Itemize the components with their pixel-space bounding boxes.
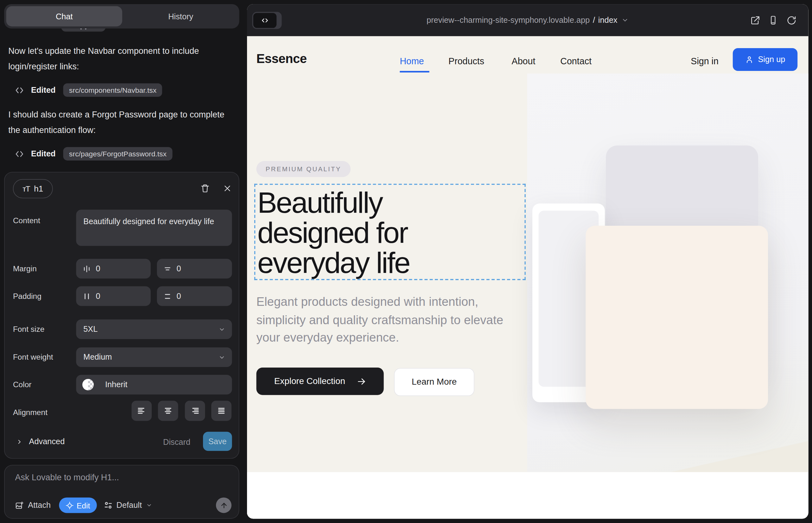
font-size-label: Font size (13, 325, 45, 333)
close-panel-button[interactable] (219, 181, 235, 196)
nav-link-about[interactable]: About (512, 56, 535, 67)
margin-x-input[interactable]: 0 (76, 259, 151, 278)
padding-y-icon (164, 292, 172, 300)
advanced-toggle[interactable]: Advanced (16, 437, 65, 446)
preview-window: preview--charming-site-symphony.lovable.… (247, 4, 809, 519)
content-textarea[interactable]: Beautifully designed for everyday life (76, 210, 232, 246)
align-left-icon (137, 407, 146, 415)
align-justify-button[interactable] (211, 401, 231, 421)
user-icon (745, 55, 754, 64)
content-label: Content (13, 216, 40, 225)
sign-up-button[interactable]: Sign up (733, 48, 797, 71)
font-weight-select[interactable]: Medium (76, 347, 232, 367)
prompt-toolbar: Attach Edit Default (15, 497, 231, 513)
padding-x-input[interactable]: 0 (76, 286, 151, 306)
chat-message: Now let's update the Navbar component to… (8, 43, 232, 74)
editor-footer: Advanced Discard Save (5, 432, 239, 459)
edit-mode-button[interactable]: Edit (59, 497, 96, 513)
prompt-input[interactable] (15, 473, 227, 490)
save-button[interactable]: Save (203, 432, 232, 451)
edited-label: Edited (31, 86, 55, 95)
arrow-right-icon (357, 377, 366, 386)
section-below-hero (247, 472, 809, 519)
external-link-icon (750, 15, 760, 25)
padding-label: Padding (13, 292, 41, 301)
site-viewport: Essence Home Products About Contact Sign… (247, 36, 809, 519)
nav-link-home[interactable]: Home (400, 56, 424, 67)
image-plus-icon (15, 501, 24, 510)
site-brand[interactable]: Essence (256, 52, 306, 67)
browser-top-bar: preview--charming-site-symphony.lovable.… (247, 4, 809, 36)
sliders-icon (104, 501, 112, 509)
margin-label: Margin (13, 264, 37, 273)
chat-message: I should also create a Forgot Password p… (8, 107, 232, 138)
trash-icon (200, 184, 210, 193)
font-weight-label: Font weight (13, 353, 53, 362)
color-select[interactable]: Inherit (76, 375, 232, 395)
font-size-select[interactable]: 5XL (76, 320, 232, 339)
mobile-view-button[interactable] (769, 4, 778, 36)
tab-history[interactable]: History (122, 4, 240, 29)
hero-heading[interactable]: Beautifully designed for everyday life (258, 187, 410, 278)
align-justify-icon (217, 407, 226, 415)
color-label: Color (13, 380, 32, 389)
edited-file-row: Edited src/components/Navbar.tsx (15, 82, 162, 98)
url-separator: / (593, 16, 595, 25)
color-swatch (82, 379, 94, 390)
explore-collection-button[interactable]: Explore Collection (256, 367, 384, 395)
refresh-icon (787, 15, 796, 25)
refresh-button[interactable] (787, 4, 796, 36)
hero-media-panel (527, 73, 809, 472)
url-bar[interactable]: preview--charming-site-symphony.lovable.… (247, 4, 809, 36)
align-center-icon (164, 407, 173, 415)
align-right-icon (191, 407, 199, 415)
file-chip[interactable]: src/components/Navbar.tsx (63, 83, 162, 97)
send-button[interactable] (216, 497, 231, 513)
tab-chat[interactable]: Chat (6, 6, 122, 26)
alignment-label: Alignment (13, 408, 48, 417)
lovable-app: Chat History Now let's update the Navbar… (0, 0, 812, 523)
element-tag-label: h1 (34, 184, 43, 193)
learn-more-button[interactable]: Learn More (394, 368, 474, 396)
hero-paragraph: Elegant products designed with intention… (256, 293, 518, 347)
margin-y-icon (164, 265, 172, 273)
padding-y-input[interactable]: 0 (157, 286, 232, 306)
decor-card-beige (586, 226, 768, 409)
smartphone-icon (769, 15, 778, 25)
chevron-down-icon (622, 16, 629, 24)
code-icon (15, 149, 24, 159)
element-editor-panel: тT h1 Content Beautifully designed for e… (4, 172, 239, 459)
margin-y-input[interactable]: 0 (157, 259, 232, 278)
text-type-icon: тT (22, 184, 30, 193)
align-left-button[interactable] (131, 401, 152, 421)
nav-link-products[interactable]: Products (448, 56, 484, 67)
open-external-button[interactable] (750, 4, 760, 36)
element-type-pill[interactable]: тT h1 (13, 179, 53, 198)
margin-x-icon (83, 265, 91, 273)
chevron-down-icon (146, 502, 152, 508)
nav-active-underline (400, 71, 429, 72)
nav-link-contact[interactable]: Contact (560, 56, 592, 67)
chevron-down-icon (218, 326, 225, 332)
align-center-button[interactable] (158, 401, 178, 421)
padding-x-icon (83, 292, 91, 300)
sign-in-link[interactable]: Sign in (691, 56, 719, 67)
close-icon (223, 184, 231, 193)
prompt-box: Attach Edit Default (4, 465, 239, 519)
decor-wedge (671, 441, 809, 472)
edited-file-row: Edited src/pages/ForgotPassword.tsx (15, 146, 172, 161)
chevron-down-icon (218, 354, 225, 361)
chat-history-tabs: Chat History (4, 4, 239, 29)
url-path: index (598, 16, 618, 25)
mode-select[interactable]: Default (104, 501, 152, 510)
delete-element-button[interactable] (197, 181, 213, 196)
attach-button[interactable]: Attach (15, 501, 51, 510)
file-chip[interactable]: src/pages/ForgotPassword.tsx (63, 147, 172, 161)
chevron-right-icon (16, 438, 23, 445)
arrow-up-icon (220, 502, 228, 509)
premium-badge: PREMIUM QUALITY (256, 161, 351, 177)
discard-button[interactable]: Discard (163, 437, 190, 447)
edited-label: Edited (31, 149, 55, 158)
target-icon (66, 502, 74, 509)
align-right-button[interactable] (185, 401, 205, 421)
